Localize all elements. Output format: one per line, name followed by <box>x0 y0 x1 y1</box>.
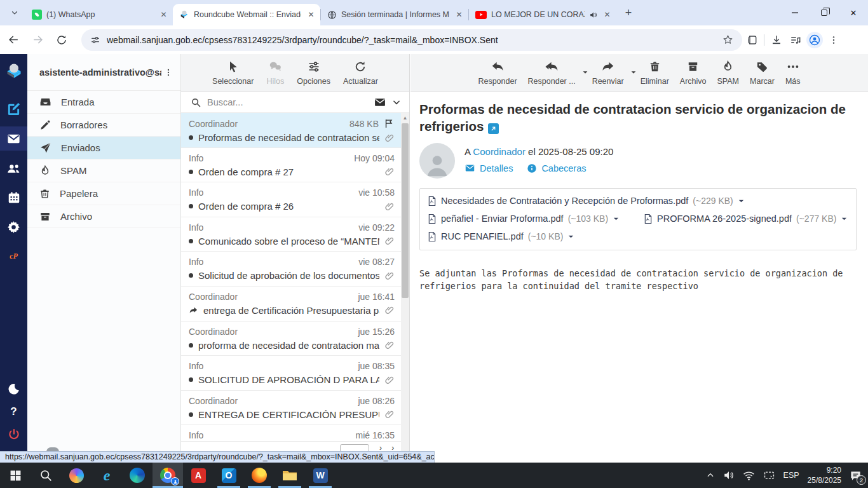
firefox-taskbar-button[interactable] <box>244 463 275 488</box>
tray-expand-icon[interactable] <box>706 471 715 480</box>
folder-item-archivo[interactable]: Archivo <box>27 205 180 228</box>
search-bar[interactable]: Buscar... <box>181 92 409 113</box>
downloads-icon[interactable] <box>767 30 786 50</box>
chrome-taskbar-button[interactable] <box>153 463 183 488</box>
refresh-button[interactable]: Actualizar <box>343 60 378 86</box>
reply-all-button[interactable]: Responder ... <box>528 60 581 86</box>
new-tab-button[interactable]: + <box>620 4 637 21</box>
attachment-link[interactable]: RUC PENAFIEL.pdf (~10 KB) <box>428 227 574 245</box>
message-row[interactable]: Infovie 09:22 Comunicado sobre el proces… <box>181 217 401 252</box>
headers-toggle[interactable]: Cabeceras <box>527 163 586 173</box>
folder-menu-icon[interactable] <box>161 67 175 78</box>
options-button[interactable]: Opciones <box>297 60 330 86</box>
minimize-button[interactable] <box>780 0 810 25</box>
message-row[interactable]: Coordinadorjue 16:41 entrega de Certific… <box>181 287 401 322</box>
threads-button[interactable]: Hilos <box>266 60 284 86</box>
message-row[interactable]: InfoHoy 09:04 Orden de compra # 27 <box>181 148 401 183</box>
help-button[interactable]: ? <box>0 400 27 423</box>
folder-item-spam[interactable]: SPAM <box>27 159 180 182</box>
wifi-icon[interactable] <box>743 470 755 482</box>
search-input[interactable]: Buscar... <box>207 97 368 107</box>
close-icon[interactable]: ✕ <box>158 10 169 20</box>
message-row[interactable]: Infovie 10:58 Orden de compra # 26 <box>181 182 401 217</box>
attachment-menu-caret-icon[interactable] <box>567 233 574 240</box>
media-controls-icon[interactable] <box>786 30 805 50</box>
start-button[interactable] <box>0 463 31 488</box>
close-icon[interactable]: ✕ <box>454 10 465 20</box>
archive-button[interactable]: Archivo <box>680 60 707 86</box>
attachment-menu-caret-icon[interactable] <box>841 215 848 222</box>
url-text[interactable]: webmail.sanjuan.gob.ec/cpsess7831249225/… <box>107 35 716 45</box>
forward-button[interactable] <box>27 29 48 51</box>
open-in-new-window-icon[interactable] <box>488 123 499 134</box>
site-settings-icon[interactable] <box>90 35 100 45</box>
word-taskbar-button[interactable]: W <box>305 463 336 488</box>
folder-item-enviados[interactable]: Enviados <box>27 137 180 159</box>
settings-nav-button[interactable] <box>0 215 27 238</box>
display-connect-icon[interactable] <box>763 470 775 481</box>
bookmark-star-icon[interactable] <box>722 34 733 45</box>
notifications-icon[interactable]: 2 <box>850 470 862 482</box>
tab-search-button[interactable] <box>6 4 23 21</box>
message-row[interactable]: Coordinador848 KB Proformas de necesidad… <box>181 113 401 148</box>
message-row[interactable]: Coordinadorjue 08:26 ENTREGA DE CERTIFIC… <box>181 391 401 426</box>
folder-item-papelera[interactable]: Papelera <box>27 182 180 205</box>
cpanel-button[interactable]: cP <box>0 245 27 268</box>
copilot-icon[interactable] <box>61 463 92 488</box>
attachment-link[interactable]: PROFORMA 26-2025-signed.pdf (~277 KB) <box>644 210 848 227</box>
forward-button-mail[interactable]: Reenviar <box>592 60 630 86</box>
contacts-nav-button[interactable] <box>0 157 27 180</box>
reload-button[interactable] <box>51 29 72 51</box>
tab-session[interactable]: Sesión terminada | Informes Me ✕ <box>321 4 468 25</box>
close-window-button[interactable]: ✕ <box>839 0 868 25</box>
volume-icon[interactable] <box>723 470 735 481</box>
message-row[interactable]: Infovie 08:27 Solicitud de aprobación de… <box>181 252 401 287</box>
dropdown-caret-icon[interactable] <box>630 65 637 79</box>
compose-button[interactable] <box>0 97 27 120</box>
address-bar[interactable]: webmail.sanjuan.gob.ec/cpsess7831249225/… <box>81 29 742 51</box>
taskbar-clock[interactable]: 9:20 25/8/2025 <box>808 465 841 485</box>
back-button[interactable] <box>3 29 24 51</box>
edge-icon[interactable] <box>122 463 153 488</box>
attachment-menu-caret-icon[interactable] <box>738 198 745 205</box>
reply-button[interactable]: Responder <box>478 60 517 86</box>
folder-item-entrada[interactable]: Entrada <box>27 91 180 114</box>
acrobat-taskbar-button[interactable]: A <box>183 463 214 488</box>
more-button[interactable]: Más <box>785 60 801 86</box>
tab-youtube[interactable]: LO MEJOR DE UN CORAZÓ ✕ <box>469 4 616 25</box>
details-toggle[interactable]: Detalles <box>465 163 513 173</box>
profile-avatar[interactable] <box>805 30 824 50</box>
internet-explorer-icon[interactable]: e <box>92 463 122 488</box>
mail-nav-button[interactable] <box>0 126 27 151</box>
attachment-link[interactable]: Necesidades de Contratación y Recepción … <box>428 192 745 210</box>
restore-button[interactable] <box>810 0 839 25</box>
side-panel-icon[interactable] <box>742 30 761 50</box>
delete-button[interactable]: Eliminar <box>641 60 669 86</box>
attachment-link[interactable]: peñafiel - Enviar Proforma.pdf (~103 KB) <box>428 210 620 227</box>
attachment-menu-caret-icon[interactable] <box>613 215 620 222</box>
folder-item-borradores[interactable]: Borradores <box>27 114 180 137</box>
calendar-nav-button[interactable] <box>0 186 27 209</box>
close-icon[interactable]: ✕ <box>602 10 613 20</box>
file-explorer-taskbar-button[interactable] <box>275 463 305 488</box>
recipient-link[interactable]: Coordinador <box>473 146 526 157</box>
search-options-chevron-icon[interactable] <box>392 98 401 107</box>
spam-button[interactable]: SPAM <box>717 60 740 86</box>
message-row[interactable]: Coordinadorjue 15:26 proforma de necesid… <box>181 322 401 356</box>
message-row[interactable]: Infojue 08:35 SOLICITUD DE APROBACIÓN D … <box>181 356 401 391</box>
browser-menu-icon[interactable] <box>824 30 843 50</box>
dark-mode-button[interactable] <box>0 377 27 400</box>
audio-playing-icon[interactable] <box>589 11 597 19</box>
list-scrollbar[interactable]: ▲ ▼ <box>401 113 409 463</box>
close-icon[interactable]: ✕ <box>306 10 316 20</box>
scroll-up-icon[interactable]: ▲ <box>401 114 409 122</box>
select-button[interactable]: Seleccionar <box>212 60 254 86</box>
language-indicator[interactable]: ESP <box>783 471 799 480</box>
search-scope-icon[interactable] <box>374 96 386 109</box>
mark-button[interactable]: Marcar <box>750 60 775 86</box>
logout-button[interactable] <box>0 423 27 446</box>
scrollbar-thumb[interactable] <box>402 123 409 298</box>
outlook-taskbar-button[interactable]: O <box>214 463 244 488</box>
dropdown-caret-icon[interactable] <box>582 65 588 79</box>
taskbar-search-button[interactable] <box>31 463 61 488</box>
